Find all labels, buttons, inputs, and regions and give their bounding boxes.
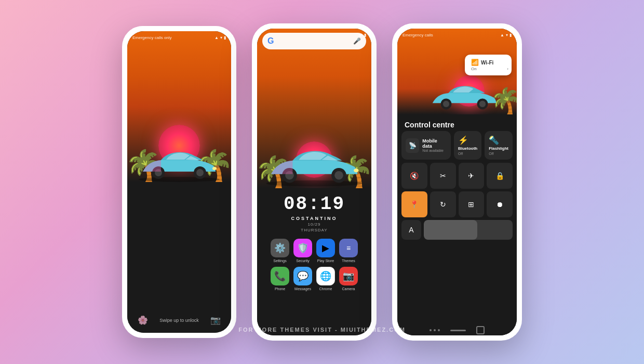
home-name: COSTANTINO: [291, 216, 338, 221]
screen-icon: ▣: [358, 33, 363, 37]
app-chrome[interactable]: 🌐 Chrome: [316, 267, 335, 291]
wifi-popup-icon: 📶: [471, 59, 479, 66]
wifi-popup[interactable]: 📶 Wi-Fi On ›: [465, 55, 512, 75]
app-security-label: Security: [296, 259, 309, 263]
watermark: FOR MORE THEMES VISIT - MIUITHEMEZ.COM: [238, 327, 406, 333]
svg-point-11: [354, 168, 359, 172]
flashlight-label: Flashlight: [489, 146, 508, 151]
signal-icon: ▲: [214, 35, 219, 40]
app-security[interactable]: 🛡️ Security: [293, 239, 312, 263]
homescreen-status-bar: ▣ ▮: [257, 29, 371, 41]
nav-menu-icon2[interactable]: [434, 329, 436, 331]
home-time: 08:19: [284, 193, 345, 215]
record-tile[interactable]: ⏺: [487, 191, 513, 217]
brightness-letter: A: [409, 226, 413, 234]
wifi-popup-arrow: ›: [507, 67, 508, 71]
car-home: [265, 141, 364, 188]
control-title: Control centre: [401, 119, 513, 131]
flashlight-icon: 🔦: [489, 135, 499, 145]
status-icons: ▲ ▾ ▮: [214, 35, 226, 40]
homescreen-wallpaper: ▣ ▮ G 🎤 🌴 🌴: [257, 29, 371, 188]
app-settings[interactable]: ⚙️ Settings: [271, 239, 289, 263]
svg-point-5: [212, 167, 217, 170]
rotate-tile[interactable]: ↻: [430, 191, 456, 217]
brightness-fill: [424, 220, 477, 240]
phones-container: Emergency calls only ▲ ▾ ▮ 🌴 🌴: [122, 23, 522, 341]
lock-tile[interactable]: 🔒: [487, 163, 513, 189]
svg-point-6: [266, 180, 362, 186]
wifi-popup-title: Wi-Fi: [481, 60, 493, 66]
flashlight-tile[interactable]: 🔦 Flashlight Off: [485, 131, 513, 160]
swipe-text: Swipe up to unlock: [159, 318, 199, 323]
wifi-icon-ctrl: ▾: [506, 33, 508, 37]
app-playstore[interactable]: ▶ Play Store: [316, 239, 335, 263]
home-date: 10/29: [307, 222, 320, 227]
homescreen-bottom: 08:19 COSTANTINO 10/29 THURSDAY ⚙️ Setti…: [257, 188, 371, 335]
emergency-text: Emergency calls only: [132, 35, 172, 40]
wifi-icon: ▾: [220, 35, 222, 40]
wifi-popup-status: On: [471, 67, 505, 71]
svg-point-0: [139, 177, 220, 182]
home-day: THURSDAY: [301, 228, 327, 232]
bt-flash-tiles: ⚡ Bluetooth Off 🔦 Flashlight Off: [454, 131, 513, 160]
battery-icon: ▮: [224, 35, 226, 40]
phone-lockscreen: Emergency calls only ▲ ▾ ▮ 🌴 🌴: [122, 26, 236, 338]
nav-dots: [430, 329, 440, 331]
bluetooth-status: Off: [458, 152, 463, 155]
camera-shortcut-icon: 📷: [210, 315, 221, 325]
svg-point-10: [334, 171, 343, 180]
scissors-tile[interactable]: ✂: [430, 163, 456, 189]
brightness-icon-tile[interactable]: A: [401, 220, 421, 240]
phone-control-center: Emergency calls ▲ ▾ ▮ 🌴: [392, 23, 522, 341]
battery-icon: ▮: [364, 33, 366, 37]
app-messages-label: Messages: [294, 287, 311, 291]
brightness-slider[interactable]: [424, 220, 513, 240]
small-tiles-row2: 📍 ↻ ⊞ ⏺: [401, 191, 513, 217]
app-chrome-label: Chrome: [319, 287, 332, 291]
fullscreen-tile[interactable]: ⊞: [459, 191, 485, 217]
mobile-data-label: Mobile data: [422, 138, 447, 149]
app-settings-label: Settings: [273, 259, 286, 263]
volume-tile[interactable]: 🔇: [401, 163, 427, 189]
control-status-bar: Emergency calls ▲ ▾ ▮: [397, 29, 517, 41]
app-camera[interactable]: 📷 Camera: [339, 267, 358, 291]
battery-icon-ctrl: ▮: [509, 33, 512, 37]
airplane-tile[interactable]: ✈: [459, 163, 485, 189]
bluetooth-tile[interactable]: ⚡ Bluetooth Off: [454, 131, 481, 160]
nav-menu-icon3[interactable]: [438, 329, 440, 331]
mobile-data-tile[interactable]: 📡 Mobile data Not available: [401, 131, 451, 160]
app-camera-label: Camera: [342, 287, 355, 291]
lockscreen-bottom: 🌸 Swipe up to unlock 📷: [127, 182, 231, 333]
car-control: [428, 78, 501, 114]
bluetooth-label: Bluetooth: [458, 146, 477, 151]
mobile-data-status: Not available: [422, 149, 447, 152]
location-tile[interactable]: 📍: [401, 191, 427, 217]
lockscreen-wallpaper: Emergency calls only ▲ ▾ ▮ 🌴 🌴: [127, 31, 231, 182]
svg-point-13: [443, 101, 449, 107]
nav-home-button[interactable]: [450, 330, 466, 331]
control-center-panel: Control centre 📶 Wi-Fi On › 📡: [397, 114, 517, 335]
phone-homescreen: ▣ ▮ G 🎤 🌴 🌴: [252, 23, 377, 341]
svg-point-15: [479, 101, 486, 107]
homescreen-status-icons: ▣ ▮: [358, 33, 366, 37]
lock-bottom-bar: 🌸 Swipe up to unlock 📷: [127, 315, 231, 325]
app-phone[interactable]: 📞 Phone: [271, 267, 289, 291]
bluetooth-icon: ⚡: [458, 135, 468, 145]
signal-icon-ctrl: ▲: [500, 33, 504, 37]
control-status-icons: ▲ ▾ ▮: [500, 33, 512, 37]
app-messages[interactable]: 💬 Messages: [293, 267, 312, 291]
flower-icon: 🌸: [138, 315, 148, 325]
mobile-data-icon: 📡: [406, 138, 419, 153]
svg-point-4: [196, 169, 204, 176]
app-grid-row2: 📞 Phone 💬 Messages 🌐 Chrome 📷: [265, 267, 363, 291]
nav-menu-icon[interactable]: [430, 329, 432, 331]
status-bar: Emergency calls only ▲ ▾ ▮: [127, 31, 231, 44]
app-grid-row1: ⚙️ Settings 🛡️ Security ▶ Play Store: [265, 239, 363, 263]
app-playstore-label: Play Store: [317, 259, 334, 263]
app-phone-label: Phone: [275, 287, 285, 291]
app-themes-label: Themes: [342, 259, 355, 263]
nav-bar: [397, 325, 517, 335]
small-tiles-row1: 🔇 ✂ ✈ 🔒: [401, 163, 513, 189]
app-themes[interactable]: ≡ Themes: [339, 239, 358, 263]
nav-back-button[interactable]: [476, 326, 485, 334]
